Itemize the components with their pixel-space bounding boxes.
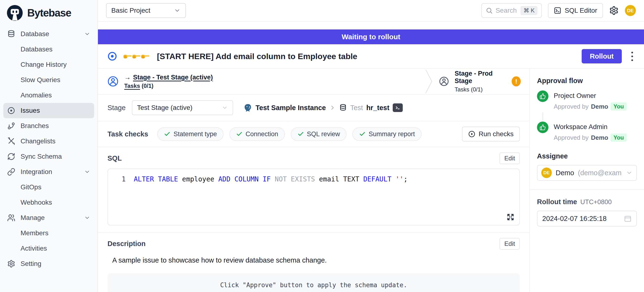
sidebar-item-branches[interactable]: Branches <box>3 118 94 133</box>
sidebar-item-changelists[interactable]: Changelists <box>3 133 94 149</box>
sidebar-item-label: Members <box>20 229 48 237</box>
project-select[interactable]: Basic Project <box>106 3 186 18</box>
settings-gear-icon[interactable] <box>609 6 619 15</box>
stage-person-icon <box>439 76 449 87</box>
assignee-title: Assignee <box>537 152 637 160</box>
sidebar-item-label: Change History <box>20 61 67 68</box>
sidebar-item-setting[interactable]: Setting <box>3 256 94 271</box>
assignee-name: Demo <box>556 169 574 177</box>
instance-link[interactable]: Test Sample Instance <box>256 104 326 112</box>
task-checks-label: Task checks <box>108 130 148 138</box>
pencil-ruler-icon <box>7 137 15 145</box>
database-breadcrumb: Test Sample Instance Test hr_test <box>244 103 403 112</box>
sidebar-item-change-history[interactable]: Change History <box>3 57 94 72</box>
bytebase-logo-icon <box>6 4 24 22</box>
sidebar-item-label: Anomalies <box>20 91 52 99</box>
check-statement-type[interactable]: Statement type <box>157 127 224 141</box>
stage-tabs: →Stage - Test Stage (active) Tasks (0/1)… <box>98 69 529 95</box>
sidebar: Bytebase Database Databases Change Histo… <box>0 0 98 292</box>
sidebar-item-manage[interactable]: Manage <box>3 210 94 225</box>
search-input[interactable]: Search ⌘ K <box>481 3 542 18</box>
sidebar-item-activities[interactable]: Activities <box>3 241 94 256</box>
circle-dot-icon <box>7 106 15 115</box>
line-number: 1 <box>115 175 126 183</box>
sidebar-item-label: Manage <box>20 214 45 222</box>
rollout-time-value: 2024-02-07 16:25:18 <box>542 215 606 223</box>
issue-title-row: [START HERE] Add email column to Employe… <box>98 44 644 69</box>
check-sql-review[interactable]: SQL review <box>291 127 347 141</box>
assignee-avatar: DE <box>541 168 552 178</box>
check-icon <box>298 131 304 137</box>
expand-icon[interactable] <box>506 213 514 221</box>
stage-tab-prod[interactable]: Stage - Prod Stage Tasks (0/1) ! <box>433 69 529 94</box>
assignee-select[interactable]: DE Demo (demo@example <box>537 165 637 181</box>
approval-step: Workspace Admin Approved byDemoYou <box>537 122 637 142</box>
rollout-time-input[interactable]: 2024-02-07 16:25:18 <box>537 211 637 226</box>
check-summary-report[interactable]: Summary report <box>352 127 422 141</box>
brand-logo[interactable]: Bytebase <box>0 0 98 24</box>
stage-person-icon <box>108 76 118 87</box>
open-sql-editor-icon[interactable] <box>393 103 403 112</box>
rollout-time-header: Rollout time UTC+0800 <box>537 198 637 206</box>
rollout-timezone: UTC+0800 <box>580 198 612 206</box>
run-checks-button[interactable]: Run checks <box>462 127 520 141</box>
sidebar-item-sync-schema[interactable]: Sync Schema <box>3 149 94 164</box>
stage-tab-text: Stage - Prod Stage Tasks (0/1) <box>454 70 506 93</box>
sidebar-item-label: Slow Queries <box>20 76 60 84</box>
git-branch-icon <box>7 122 15 130</box>
sql-section-title: SQL <box>108 154 122 162</box>
database-link[interactable]: hr_test <box>366 104 389 112</box>
issue-actions: Rollout <box>582 49 634 63</box>
link-icon <box>7 168 15 176</box>
sync-icon <box>7 153 15 161</box>
check-connection[interactable]: Connection <box>229 127 285 141</box>
search-placeholder: Search <box>496 7 517 14</box>
sidebar-item-anomalies[interactable]: Anomalies <box>3 88 94 103</box>
sql-edit-button[interactable]: Edit <box>500 153 520 164</box>
sidebar-item-gitops[interactable]: GitOps <box>3 180 94 195</box>
sidebar-item-webhooks[interactable]: Webhooks <box>3 195 94 210</box>
avatar[interactable]: DE <box>625 5 636 16</box>
sql-editor-button[interactable]: SQL Editor <box>548 3 603 18</box>
approval-role: Workspace Admin <box>554 122 627 131</box>
sidebar-item-databases[interactable]: Databases <box>3 42 94 57</box>
kebab-menu-icon[interactable] <box>630 50 634 62</box>
sidebar-item-database[interactable]: Database <box>3 26 94 42</box>
sql-statement: ALTER TABLE employee ADD COLUMN IF NOT E… <box>134 175 408 183</box>
sidebar-item-members[interactable]: Members <box>3 225 94 241</box>
topbar: Basic Project Search ⌘ K SQL Editor DE <box>98 0 644 22</box>
chevron-down-icon <box>174 7 180 14</box>
stage-tab-test[interactable]: →Stage - Test Stage (active) Tasks (0/1) <box>98 69 425 94</box>
stage-name: Stage - Prod Stage <box>454 70 506 85</box>
description-edit-button[interactable]: Edit <box>500 238 520 250</box>
topbar-actions: Search ⌘ K SQL Editor DE <box>481 3 636 18</box>
you-badge: You <box>610 133 627 142</box>
calendar-icon[interactable] <box>624 215 632 222</box>
sidebar-item-label: GitOps <box>20 183 41 191</box>
sql-editor-label: SQL Editor <box>565 7 597 14</box>
tasks-count: Tasks (0/1) <box>454 86 506 93</box>
description-note: Click "Approve" button to apply the sche… <box>108 273 520 292</box>
tasks-link[interactable]: Tasks <box>124 83 140 89</box>
check-icon <box>164 131 170 137</box>
issue-detail-panel: →Stage - Test Stage (active) Tasks (0/1)… <box>98 69 530 292</box>
stage-selector-row: Stage Test Stage (active) Test Sample In… <box>98 95 529 121</box>
issue-circle-dot-icon <box>108 51 117 61</box>
stage-select[interactable]: Test Stage (active) <box>132 100 233 115</box>
main-area: Basic Project Search ⌘ K SQL Editor DE W… <box>98 0 644 292</box>
rollout-button[interactable]: Rollout <box>582 49 622 63</box>
sidebar-item-issues[interactable]: Issues <box>3 103 94 118</box>
sql-editor[interactable]: 1 ALTER TABLE employee ADD COLUMN IF NOT… <box>108 169 520 225</box>
sidebar-item-integration[interactable]: Integration <box>3 164 94 180</box>
sidebar-item-label: Sync Schema <box>20 153 62 160</box>
sidebar-item-slow-queries[interactable]: Slow Queries <box>3 72 94 88</box>
gear-icon <box>7 260 15 268</box>
description-title: Description <box>108 240 146 248</box>
users-icon <box>7 214 15 222</box>
approval-connector <box>542 112 543 121</box>
database-icon <box>339 104 347 111</box>
app-window: Bytebase Database Databases Change Histo… <box>0 0 644 292</box>
stage-name: Stage - Test Stage (active) <box>133 74 213 81</box>
chevron-down-icon <box>222 105 228 111</box>
sidebar-item-label: Activities <box>20 245 47 252</box>
